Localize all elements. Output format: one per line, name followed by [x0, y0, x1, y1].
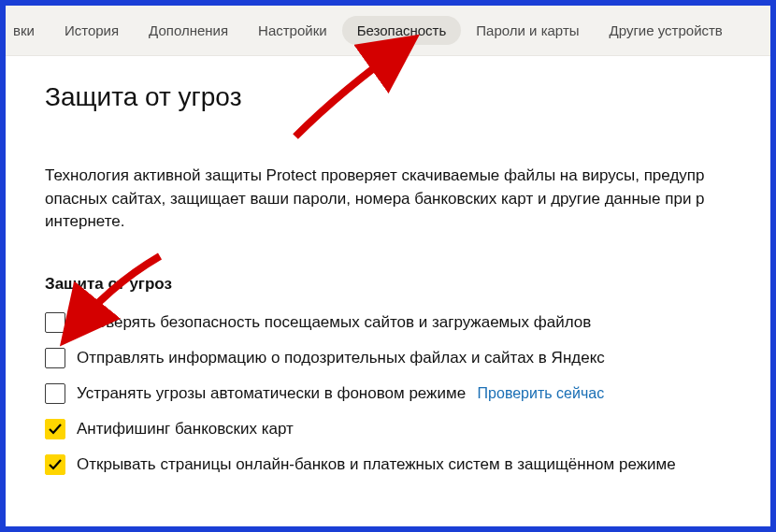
option-protected-mode: Открывать страницы онлайн-банков и плате…	[45, 454, 770, 475]
page-content: Защита от угроз Технология активной защи…	[6, 56, 770, 475]
checkbox-antiphishing[interactable]	[45, 419, 65, 439]
tab-addons[interactable]: Дополнения	[134, 16, 243, 45]
option-label: Антифишинг банковских карт	[77, 420, 294, 439]
protect-description: Технология активной защиты Protect прове…	[45, 165, 770, 234]
option-label: Отправлять информацию о подозрительных ф…	[77, 349, 605, 367]
tab-security[interactable]: Безопасность	[342, 16, 462, 45]
option-label: Открывать страницы онлайн-банков и плате…	[77, 455, 676, 474]
tab-settings[interactable]: Настройки	[243, 16, 342, 45]
tab-passwords[interactable]: Пароли и карты	[461, 16, 594, 45]
check-now-link[interactable]: Проверить сейчас	[478, 385, 605, 401]
checkmark-icon	[48, 422, 63, 437]
section-heading: Защита от угроз	[45, 275, 770, 294]
option-antiphishing: Антифишинг банковских карт	[45, 419, 770, 439]
options-list: Проверять безопасность посещаемых сайтов…	[45, 312, 770, 475]
option-send-info: Отправлять информацию о подозрительных ф…	[45, 348, 770, 368]
option-label: Устранять угрозы автоматически в фоновом…	[77, 384, 466, 402]
checkbox-send-info[interactable]	[45, 348, 65, 368]
option-label: Проверять безопасность посещаемых сайтов…	[77, 313, 591, 332]
tab-partial-left[interactable]: вки	[13, 16, 50, 45]
page-title: Защита от угроз	[45, 82, 770, 112]
checkbox-auto-resolve[interactable]	[45, 383, 65, 404]
option-check-sites: Проверять безопасность посещаемых сайтов…	[45, 312, 770, 333]
tab-history[interactable]: История	[50, 16, 134, 45]
checkbox-check-sites[interactable]	[45, 312, 65, 333]
settings-tabbar: вки История Дополнения Настройки Безопас…	[6, 6, 770, 56]
tab-devices[interactable]: Другие устройств	[595, 16, 738, 45]
checkmark-icon	[48, 457, 63, 472]
checkbox-protected-mode[interactable]	[45, 454, 65, 475]
option-auto-resolve: Устранять угрозы автоматически в фоновом…	[45, 383, 770, 404]
